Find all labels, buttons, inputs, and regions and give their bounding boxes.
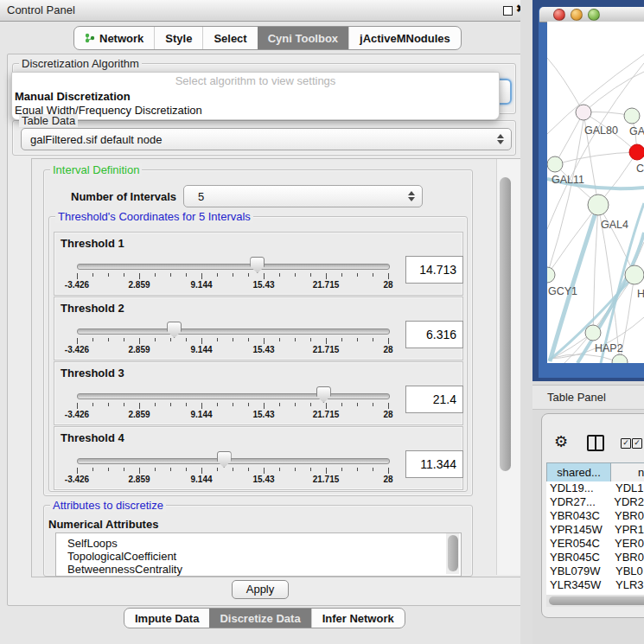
top-tab-bar: NetworkStyleSelectCyni ToolboxjActiveMNo… (73, 26, 462, 50)
network-node-label: GAL4 (601, 219, 628, 231)
tab-style[interactable]: Style (154, 27, 202, 49)
settings-scrollbar-thumb[interactable] (500, 177, 511, 471)
bottom-tab-bar: Impute DataDiscretize DataInfer Network (124, 608, 405, 628)
network-node-c[interactable] (629, 144, 644, 160)
column-header-shared[interactable]: shared... (546, 462, 611, 482)
threshold-value-input[interactable]: 6.316 (405, 321, 463, 348)
bottom-tab-discretize-data[interactable]: Discretize Data (209, 609, 310, 628)
dropdown-option-manual-discretization[interactable]: Manual Discretization (12, 90, 499, 104)
table-cell[interactable]: YBR043C (546, 509, 609, 523)
slider-thumb[interactable] (167, 322, 182, 338)
slider-track[interactable] (77, 264, 390, 270)
dropdown-option-equal-width-frequency-discretization[interactable]: Equal Width/Frequency Discretization (12, 104, 499, 118)
network-node-hap2[interactable] (585, 325, 601, 341)
slider-thumb[interactable] (250, 257, 265, 273)
network-edge (547, 58, 583, 112)
slider-tick (92, 338, 93, 341)
column-header-name[interactable]: n (610, 462, 644, 482)
gear-icon[interactable]: ⚙ (554, 434, 568, 450)
slider-thumb[interactable] (217, 451, 232, 468)
slider-tick (155, 273, 156, 277)
threshold-value-input[interactable]: 21.4 (405, 386, 463, 413)
attribute-item-selfloops[interactable]: SelfLoops (56, 537, 461, 550)
network-node-h[interactable] (625, 265, 644, 284)
apply-button[interactable]: Apply (232, 580, 289, 599)
table-cell[interactable]: YBL0 (610, 564, 643, 578)
network-edge (598, 205, 634, 275)
tab-select[interactable]: Select (202, 27, 257, 49)
number-of-intervals-spinner[interactable]: 5 (183, 185, 423, 207)
network-node-gal4[interactable] (588, 194, 609, 215)
list-scrollbar-thumb[interactable] (448, 535, 458, 571)
network-node-gal80[interactable] (576, 105, 591, 120)
slider-thumb[interactable] (316, 386, 331, 403)
table-hscrollbar-track[interactable] (546, 595, 644, 607)
network-node-ga[interactable] (624, 108, 640, 124)
network-icon (85, 33, 95, 43)
table-row[interactable]: YBL079WYBL0 (546, 564, 644, 578)
slider-track[interactable] (77, 458, 390, 464)
checkbox-icon[interactable]: ✓ (632, 438, 642, 449)
table-row[interactable]: YDL19...YDL1 (546, 481, 644, 495)
zoom-traffic-light-icon[interactable] (588, 9, 600, 21)
table-row[interactable]: YPR145WYPR1 (546, 523, 644, 537)
table-cell[interactable]: YBR0 (609, 551, 644, 564)
tab-cyni-toolbox[interactable]: Cyni Toolbox (258, 27, 348, 49)
table-cell[interactable]: YBL079W (546, 564, 610, 578)
algorithm-group-label: Discretization Algorithm (19, 57, 142, 70)
table-data-combobox[interactable]: galFiltered.sif default node (21, 128, 512, 150)
network-node-gcy1[interactable] (547, 267, 555, 283)
threshold-label: Threshold 2 (61, 302, 124, 315)
split-columns-icon[interactable] (587, 435, 604, 451)
network-canvas[interactable]: GAL80GACGAL11GAL4GCY1HHAP2 (547, 22, 644, 363)
table-row[interactable]: YLR345WYLR3 (546, 578, 644, 592)
table-cell[interactable]: YPR145W (546, 523, 609, 537)
table-row[interactable]: YER054CYER0 (546, 537, 644, 551)
slider-tick (186, 338, 187, 341)
slider-tick (217, 403, 218, 406)
threshold-value-input[interactable]: 14.713 (405, 256, 463, 284)
attribute-item-betweennesscentrality[interactable]: BetweennessCentrality (56, 563, 461, 576)
threshold-value-input[interactable]: 11.344 (405, 450, 463, 478)
network-node-gal11[interactable] (547, 156, 563, 172)
interval-definition-label: Interval Definition (50, 163, 142, 176)
network-node[interactable] (612, 354, 628, 363)
table-row[interactable]: YBR043CYBR0 (546, 509, 644, 523)
threshold-panel-1: Threshold 1-3.4262.8599.14415.4321.71528… (54, 232, 463, 296)
table-cell[interactable]: YPR1 (609, 523, 644, 537)
slider-track[interactable] (77, 328, 390, 335)
table-cell[interactable]: YER0 (609, 537, 644, 551)
table-cell[interactable]: YBR0 (609, 509, 644, 523)
attribute-item-topologicalcoefficient[interactable]: TopologicalCoefficient (56, 550, 461, 563)
slider-tick (248, 273, 249, 277)
panel-divider[interactable] (520, 0, 532, 644)
tab-jactivemnodules[interactable]: jActiveMNodules (348, 27, 461, 49)
table-cell[interactable]: YLR3 (610, 578, 644, 592)
table-cell[interactable]: YBR045C (546, 551, 609, 564)
slider-tick (139, 273, 140, 279)
close-traffic-light-icon[interactable] (553, 9, 565, 21)
minimize-traffic-light-icon[interactable] (571, 9, 583, 21)
table-cell[interactable]: YDL1 (610, 481, 644, 495)
network-node-label: C (636, 163, 644, 175)
table-cell[interactable]: YDR27... (546, 495, 609, 509)
network-node-label: GAL11 (552, 174, 584, 186)
slider-tick (326, 468, 327, 474)
table-cell[interactable]: YER054C (546, 537, 609, 551)
table-row[interactable]: YBR045CYBR0 (546, 551, 644, 564)
numerical-attributes-list[interactable]: SelfLoopsTopologicalCoefficientBetweenne… (55, 532, 462, 577)
tab-network[interactable]: Network (74, 27, 154, 49)
bottom-tab-impute-data[interactable]: Impute Data (124, 609, 209, 628)
table-cell[interactable]: YDL19... (546, 481, 610, 495)
slider-tick (201, 273, 202, 279)
table-row[interactable]: YDR27...YDR2 (546, 495, 644, 509)
bottom-tab-infer-network[interactable]: Infer Network (311, 609, 405, 628)
checkbox-icon[interactable]: ✓ (621, 438, 631, 449)
table-hscrollbar-thumb[interactable] (549, 596, 644, 605)
table-cell[interactable]: YLR345W (546, 578, 610, 592)
table-cell[interactable]: YDR2 (609, 495, 644, 509)
slider-track[interactable] (77, 393, 390, 399)
slider-tick (233, 403, 233, 406)
restore-icon[interactable] (503, 6, 513, 16)
slider-tick (326, 403, 327, 409)
